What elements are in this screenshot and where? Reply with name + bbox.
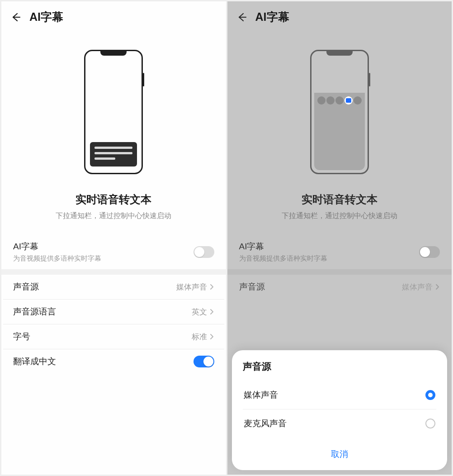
chevron-right-icon xyxy=(209,333,214,340)
toggle-label: AI字幕 xyxy=(239,241,327,252)
row-label: 翻译成中文 xyxy=(13,356,56,367)
section-divider xyxy=(227,269,452,275)
sound-source-sheet: 声音源 媒体声音 麦克风声音 取消 xyxy=(232,350,448,470)
chevron-right-icon xyxy=(434,283,440,290)
back-icon[interactable] xyxy=(236,12,247,23)
row-value: 媒体声音 xyxy=(402,282,433,292)
toggle-sublabel: 为音视频提供多语种实时字幕 xyxy=(13,254,101,263)
header: AI字幕 xyxy=(227,1,452,31)
option-microphone-sound[interactable]: 麦克风声音 xyxy=(243,409,437,438)
settings-pane-left: AI字幕 实时语音转文本 下拉通知栏，通过控制中心快速启动 AI字幕 为音视频提… xyxy=(1,1,226,475)
sound-source-row[interactable]: 声音源 媒体声音 xyxy=(1,275,226,299)
caption-overlay-graphic xyxy=(90,142,137,167)
sound-language-row[interactable]: 声音源语言 英文 xyxy=(3,299,224,324)
page-title: AI字幕 xyxy=(255,10,289,24)
hero-subtitle: 下拉通知栏，通过控制中心快速启动 xyxy=(227,211,452,221)
illustration xyxy=(227,31,452,183)
ai-subtitle-toggle-row[interactable]: AI字幕 为音视频提供多语种实时字幕 xyxy=(227,234,452,269)
ai-subtitle-toggle[interactable] xyxy=(193,246,214,258)
section-divider xyxy=(1,269,226,275)
toggle-label: AI字幕 xyxy=(13,241,101,252)
row-label: 声音源 xyxy=(13,281,39,293)
radio-selected-icon xyxy=(425,390,435,400)
cancel-button[interactable]: 取消 xyxy=(243,440,437,465)
page-title: AI字幕 xyxy=(29,10,63,24)
radio-unselected-icon xyxy=(425,419,435,428)
ai-subtitle-qs-icon xyxy=(344,96,353,105)
phone-graphic xyxy=(310,50,369,174)
row-value: 媒体声音 xyxy=(176,282,207,292)
translate-to-chinese-row[interactable]: 翻译成中文 xyxy=(3,349,224,374)
phone-graphic xyxy=(84,50,143,174)
toggle-sublabel: 为音视频提供多语种实时字幕 xyxy=(239,254,327,263)
ai-subtitle-toggle[interactable] xyxy=(419,246,440,258)
row-value: 英文 xyxy=(192,307,207,317)
row-label: 字号 xyxy=(13,331,30,343)
option-label: 麦克风声音 xyxy=(244,418,287,429)
sheet-title: 声音源 xyxy=(243,360,437,373)
sound-source-row-partial[interactable]: 声音源 媒体声音 xyxy=(227,275,452,299)
translate-toggle[interactable] xyxy=(193,356,214,367)
ai-subtitle-toggle-row[interactable]: AI字幕 为音视频提供多语种实时字幕 xyxy=(1,234,226,269)
option-media-sound[interactable]: 媒体声音 xyxy=(243,381,437,409)
hero-subtitle: 下拉通知栏，通过控制中心快速启动 xyxy=(1,211,226,221)
header: AI字幕 xyxy=(1,1,226,31)
hero-title: 实时语音转文本 xyxy=(1,192,226,207)
font-size-row[interactable]: 字号 标准 xyxy=(3,324,224,349)
row-value: 标准 xyxy=(192,332,207,342)
chevron-right-icon xyxy=(209,308,214,315)
row-label: 声音源语言 xyxy=(13,306,56,318)
hero-title: 实时语音转文本 xyxy=(227,192,452,207)
illustration xyxy=(1,31,226,183)
option-label: 媒体声音 xyxy=(244,389,278,401)
back-icon[interactable] xyxy=(10,12,21,23)
chevron-right-icon xyxy=(209,283,214,290)
settings-pane-right: AI字幕 实时语音转文本 下拉通知栏，通过控制中心快速启动 AI字幕 为音视频提… xyxy=(227,1,452,475)
quick-settings-graphic xyxy=(317,96,362,105)
row-label: 声音源 xyxy=(239,281,265,293)
